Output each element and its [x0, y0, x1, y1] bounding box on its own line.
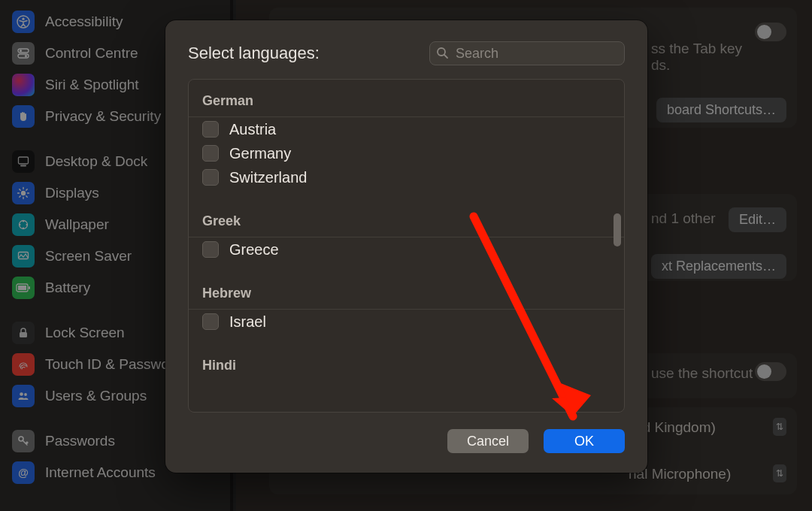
language-option-israel[interactable]: Israel: [189, 310, 624, 334]
select-languages-dialog: Select languages: German Austria Germany…: [165, 20, 647, 473]
language-option-austria[interactable]: Austria: [189, 117, 624, 141]
language-label: Germany: [229, 145, 291, 162]
language-label: Israel: [229, 313, 266, 331]
ok-button[interactable]: OK: [544, 429, 625, 453]
group-header-hindi: Hindi: [189, 344, 624, 381]
group-header-greek: Greek: [189, 200, 624, 237]
checkbox[interactable]: [202, 169, 219, 186]
checkbox[interactable]: [202, 145, 219, 162]
svg-line-32: [444, 55, 447, 58]
scrollbar-thumb[interactable]: [614, 213, 621, 246]
modal-title: Select languages:: [188, 44, 429, 63]
search-input[interactable]: [429, 41, 625, 65]
group-header-german: German: [189, 80, 624, 117]
language-label: Switzerland: [229, 169, 307, 186]
checkbox[interactable]: [202, 313, 219, 330]
checkbox[interactable]: [202, 241, 219, 258]
language-option-greece[interactable]: Greece: [189, 237, 624, 262]
cancel-button[interactable]: Cancel: [447, 429, 529, 453]
group-header-hebrew: Hebrew: [189, 272, 624, 310]
language-list[interactable]: German Austria Germany Switzerland Greek…: [188, 79, 625, 413]
language-label: Austria: [229, 121, 276, 138]
language-label: Greece: [229, 241, 279, 259]
language-option-switzerland[interactable]: Switzerland: [189, 165, 624, 189]
checkbox[interactable]: [202, 121, 219, 138]
search-icon: [436, 47, 449, 63]
language-option-germany[interactable]: Germany: [189, 141, 624, 165]
